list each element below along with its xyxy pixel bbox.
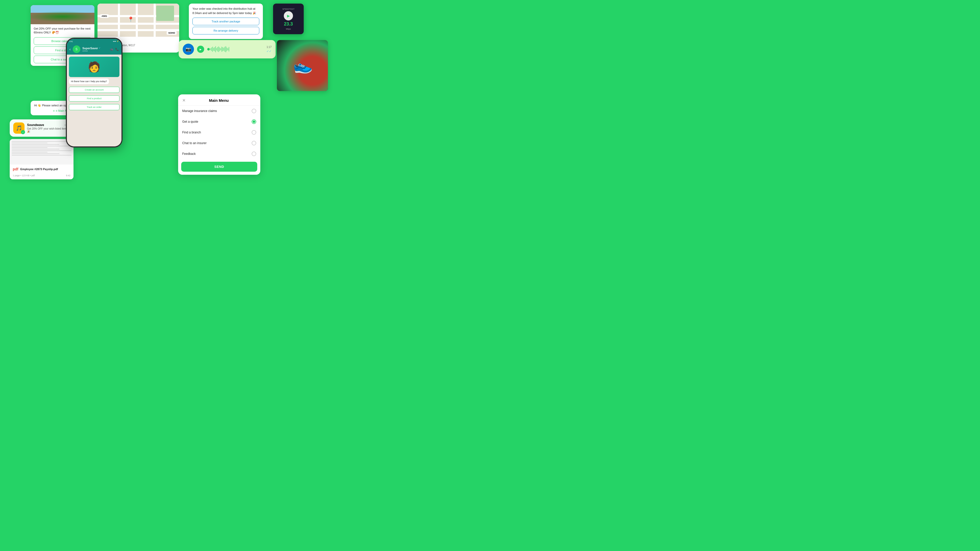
voice-message-card: 📷 ▶ 1:17 ✓✓ [179,40,275,59]
notification-card: 🎵 ✓ Soundwave now Get 20% OFF your wish-… [10,119,72,137]
phone-contact-info: SuperSaver ✓ online [83,47,108,52]
wave-progress-dot [207,48,210,51]
phone-action-icons: 📹 📞 [110,48,119,51]
menu-item-quote-radio[interactable] [251,119,256,124]
verified-badge: ✓ [99,47,100,49]
phone-online-status: online [83,50,108,52]
pdf-line-8 [12,152,48,152]
main-menu-header: ✕ Main Menu [178,94,260,106]
menu-item-insurer-label: Chat to an insurer [182,141,207,145]
phone-back-button[interactable]: ‹ [69,47,71,51]
shoe-card: 👟 [277,40,328,91]
menu-item-quote[interactable]: Get a quote [178,116,260,127]
map-visual: SOHO A501 📍 [97,3,179,37]
voice-time: 1:17 [267,46,272,48]
speedtest-number: 23.3 [284,21,293,27]
pdf-line-6 [12,149,59,149]
main-menu-title: Main Menu [209,98,229,103]
hero-image: 🧑 [69,57,119,77]
phone-contact-name: SuperSaver ✓ [83,47,108,50]
pdf-filename: Employee #2873 Payslip.pdf [21,168,70,171]
menu-item-feedback-label: Feedback [182,152,196,156]
greeting-bubble: Hi there! how can I help you today? [69,79,109,84]
main-menu-close-button[interactable]: ✕ [182,98,186,103]
voice-play-button[interactable]: ▶ [197,46,204,53]
phone-call-icon[interactable]: 📞 [115,48,119,51]
notification-message: Get 20% OFF your wish-listed items 🎉 [27,127,68,133]
pdf-icon: pdf [13,167,18,171]
track-another-button[interactable]: Track another package [192,17,259,25]
phone-header: ‹ S SuperSaver ✓ online 📹 📞 [67,44,121,55]
speedtest-inner: SPEEDTEST ▶ 23.3 Mbps [273,3,304,34]
pdf-line-10 [12,155,72,156]
pdf-footer: pdf Employee #2873 Payslip.pdf [10,165,73,174]
map-road-label: A501 [100,14,109,18]
main-scene: Get 20% OFF your next purchase for the n… [0,0,490,275]
pdf-line-4 [12,146,72,146]
phone-status-bar: 9:41 ●●● ⚡ [67,39,121,44]
whatsapp-badge: ✓ [21,130,25,134]
track-order-button[interactable]: Track an order [69,104,119,110]
delivery-message: Your order was checked into the distribu… [192,6,259,15]
greeting-text: Hi there! how can I help you today? [71,80,107,83]
map-road-v1 [118,3,120,37]
menu-item-insurance[interactable]: Manage insurance claims [178,106,260,116]
pdf-line-2 [12,143,48,143]
stadium-image [30,5,94,24]
menu-item-insurance-label: Manage insurance claims [182,109,217,113]
main-menu-card: ✕ Main Menu Manage insurance claims Get … [178,94,260,175]
notification-text: Soundwave now Get 20% OFF your wish-list… [27,123,68,133]
pdf-time: 9:42 [66,174,70,177]
voice-waveform [207,46,263,53]
voice-meta: 1:17 ✓✓ [266,46,272,53]
video-call-icon[interactable]: 📹 [110,48,113,51]
menu-item-insurance-radio[interactable] [251,109,256,113]
map-road-h3 [97,29,179,31]
notification-app-name: Soundwave [27,123,44,127]
map-soho-label: SOHO [167,31,177,35]
menu-item-branch-radio[interactable] [251,130,256,135]
soundwave-icon: 🎵 ✓ [13,122,24,134]
pdf-line-5 [12,147,48,148]
rearrange-delivery-button[interactable]: Re-arrange delivery [192,27,259,35]
phone-signal: ●●● ⚡ [113,40,119,42]
phone-chat-body: 🧑 Hi there! how can I help you today? Cr… [67,55,121,146]
phone-time: 9:41 [69,41,73,42]
menu-item-branch-label: Find a branch [182,130,201,134]
pdf-preview [10,139,73,165]
find-product-button[interactable]: Find a product [69,95,119,102]
pdf-meta-info: 1 page • 123 KB • pdf [13,174,35,177]
phone-screen: 9:41 ●●● ⚡ ‹ S SuperSaver ✓ online 📹 📞 [67,39,121,146]
map-pin: 📍 [127,16,134,22]
voice-read-ticks: ✓✓ [266,49,272,53]
promo-text: Get 20% OFF your next purchase for the n… [34,27,91,35]
pdf-line-9 [12,153,59,154]
shoe-visual: 👟 [291,55,313,76]
phone-device: 9:41 ●●● ⚡ ‹ S SuperSaver ✓ online 📹 📞 [66,38,123,148]
menu-item-feedback[interactable]: Feedback [178,148,260,159]
voice-avatar: 📷 [183,44,194,55]
create-account-button[interactable]: Create an account [69,87,119,93]
map-road-v3 [154,3,156,37]
pdf-card: pdf Employee #2873 Payslip.pdf 1 page • … [10,139,73,179]
person-emoji: 🧑 [88,61,100,73]
speedtest-play-button[interactable]: ▶ [284,11,293,21]
main-menu-send-button[interactable]: SEND [181,162,257,171]
menu-item-quote-label: Get a quote [182,120,198,124]
pdf-line-1 [12,141,72,142]
menu-item-insurer-radio[interactable] [251,141,256,145]
menu-item-insurer[interactable]: Chat to an insurer [178,138,260,148]
speedtest-label: SPEEDTEST [282,8,294,10]
menu-item-branch[interactable]: Find a branch [178,127,260,138]
menu-item-feedback-radio[interactable] [251,151,256,156]
map-road-h2 [97,23,179,25]
delivery-card: Your order was checked into the distribu… [189,3,263,39]
pdf-line-7 [12,150,72,151]
pdf-line-3 [12,144,59,145]
speedtest-unit: Mbps [286,28,291,30]
map-road-v2 [136,3,138,37]
pdf-meta: 1 page • 123 KB • pdf 9:42 [10,174,73,179]
menu-item-quote-radio-inner [253,121,255,123]
map-green-area [156,6,174,21]
main-menu-icon: ≡ [53,109,55,112]
